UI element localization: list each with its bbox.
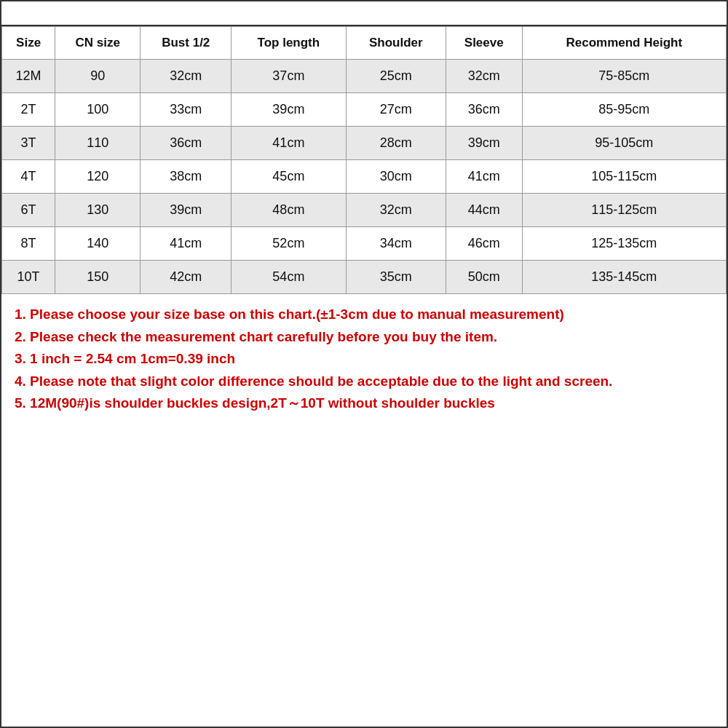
table-cell: 37cm — [232, 60, 346, 93]
note-item-2: 2. Please check the measurement chart ca… — [15, 327, 713, 348]
title-section — [1, 1, 727, 26]
size-table-section: SizeCN sizeBust 1/2Top lengthShoulderSle… — [1, 26, 727, 294]
table-cell: 6T — [2, 194, 55, 227]
note-item-5: 5. 12M(90#)is shoulder buckles design,2T… — [15, 393, 713, 414]
table-cell: 33cm — [141, 93, 232, 127]
table-header: Sleeve — [446, 27, 522, 60]
table-cell: 36cm — [446, 93, 522, 127]
table-header: Recommend Height — [522, 27, 726, 60]
table-cell: 12M — [2, 60, 55, 93]
table-cell: 4T — [2, 160, 55, 194]
table-cell: 115-125cm — [522, 194, 726, 227]
table-cell: 125-135cm — [522, 227, 726, 261]
table-row: 8T14041cm52cm34cm46cm125-135cm — [2, 227, 727, 261]
main-container: SizeCN sizeBust 1/2Top lengthShoulderSle… — [0, 0, 728, 728]
table-cell: 75-85cm — [522, 60, 726, 93]
table-row: 12M9032cm37cm25cm32cm75-85cm — [2, 60, 727, 93]
table-row: 3T11036cm41cm28cm39cm95-105cm — [2, 127, 727, 160]
size-table: SizeCN sizeBust 1/2Top lengthShoulderSle… — [1, 26, 727, 294]
table-cell: 10T — [2, 261, 55, 294]
table-cell: 54cm — [232, 261, 346, 294]
table-cell: 30cm — [346, 160, 446, 194]
table-cell: 48cm — [232, 194, 346, 227]
table-cell: 120 — [55, 160, 141, 194]
table-cell: 130 — [55, 194, 141, 227]
table-row: 4T12038cm45cm30cm41cm105-115cm — [2, 160, 727, 194]
table-cell: 44cm — [446, 194, 522, 227]
table-cell: 105-115cm — [522, 160, 726, 194]
table-cell: 34cm — [346, 227, 446, 261]
table-cell: 50cm — [446, 261, 522, 294]
table-cell: 100 — [55, 93, 141, 127]
note-item-1: 1. Please choose your size base on this … — [15, 304, 713, 325]
table-cell: 95-105cm — [522, 127, 726, 160]
table-cell: 38cm — [141, 160, 232, 194]
table-cell: 27cm — [346, 93, 446, 127]
table-cell: 46cm — [446, 227, 522, 261]
table-cell: 41cm — [141, 227, 232, 261]
table-cell: 45cm — [232, 160, 346, 194]
table-cell: 41cm — [446, 160, 522, 194]
table-header: CN size — [55, 27, 141, 60]
table-cell: 39cm — [446, 127, 522, 160]
table-cell: 32cm — [346, 194, 446, 227]
table-cell: 28cm — [346, 127, 446, 160]
table-header-row: SizeCN sizeBust 1/2Top lengthShoulderSle… — [2, 27, 727, 60]
table-cell: 110 — [55, 127, 141, 160]
table-cell: 39cm — [141, 194, 232, 227]
table-cell: 3T — [2, 127, 55, 160]
table-cell: 35cm — [346, 261, 446, 294]
table-cell: 135-145cm — [522, 261, 726, 294]
note-item-3: 3. 1 inch = 2.54 cm 1cm=0.39 inch — [15, 349, 713, 370]
table-header: Top length — [232, 27, 346, 60]
table-row: 10T15042cm54cm35cm50cm135-145cm — [2, 261, 727, 294]
table-cell: 32cm — [446, 60, 522, 93]
table-row: 6T13039cm48cm32cm44cm115-125cm — [2, 194, 727, 227]
table-header: Shoulder — [346, 27, 446, 60]
table-cell: 36cm — [141, 127, 232, 160]
table-cell: 25cm — [346, 60, 446, 93]
table-cell: 85-95cm — [522, 93, 726, 127]
table-cell: 90 — [55, 60, 141, 93]
table-header: Bust 1/2 — [141, 27, 232, 60]
table-cell: 140 — [55, 227, 141, 261]
table-cell: 52cm — [232, 227, 346, 261]
table-cell: 8T — [2, 227, 55, 261]
table-cell: 42cm — [141, 261, 232, 294]
notes-section: 1. Please choose your size base on this … — [1, 294, 727, 727]
table-cell: 150 — [55, 261, 141, 294]
table-row: 2T10033cm39cm27cm36cm85-95cm — [2, 93, 727, 127]
table-cell: 32cm — [141, 60, 232, 93]
table-header: Size — [2, 27, 55, 60]
table-cell: 41cm — [232, 127, 346, 160]
table-cell: 2T — [2, 93, 55, 127]
table-cell: 39cm — [232, 93, 346, 127]
note-item-4: 4. Please note that slight color differe… — [15, 371, 713, 392]
